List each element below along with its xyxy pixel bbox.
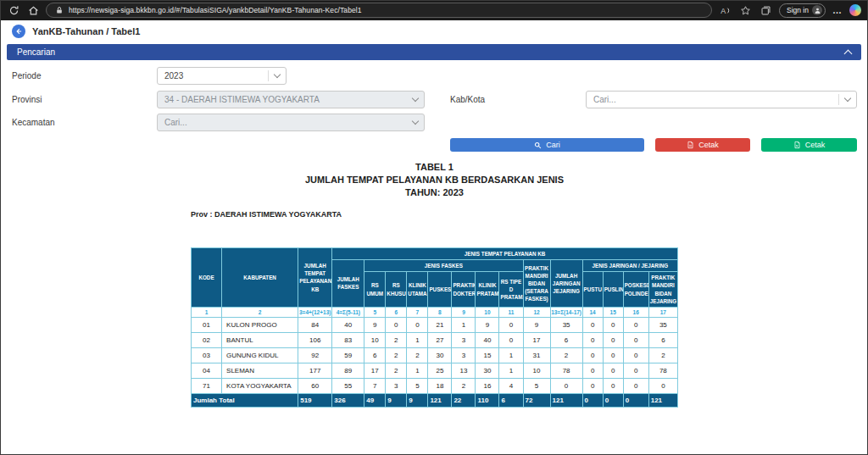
cell-value: 3 bbox=[452, 332, 476, 347]
cell-value: 0 bbox=[582, 332, 603, 347]
excel-file-icon bbox=[793, 141, 801, 149]
cell-value: 0 bbox=[582, 378, 603, 393]
cell-value: 2 bbox=[386, 347, 407, 363]
total-value: 72 bbox=[523, 393, 550, 407]
collections-button[interactable] bbox=[759, 3, 772, 17]
arrow-left-icon bbox=[14, 27, 23, 36]
copilot-icon[interactable] bbox=[849, 4, 861, 16]
cell-value: 78 bbox=[648, 363, 677, 378]
cetak-excel-button[interactable]: Cetak bbox=[761, 138, 857, 152]
address-bar[interactable]: https://newsiga-siga.bkkbn.go.id/#/Tabul… bbox=[46, 3, 712, 18]
cell-value: 6 bbox=[648, 332, 677, 347]
cell-value: 10 bbox=[523, 363, 550, 378]
cell-value: 4 bbox=[499, 378, 523, 393]
column-numbering-row: 123=4+(12+13)4=Σ(5-11)5678910111213=Σ(14… bbox=[192, 307, 678, 317]
cell-kabupaten: KOTA YOGYAKARTA bbox=[222, 378, 298, 393]
cell-value: 0 bbox=[603, 378, 623, 393]
column-number: 3=4+(12+13) bbox=[298, 307, 332, 317]
read-aloud-icon: A bbox=[720, 5, 731, 16]
chevron-down-icon bbox=[269, 75, 286, 77]
col-header-poskesdes: POSKESDES/ POLINDES bbox=[623, 272, 648, 308]
total-value: 9 bbox=[386, 393, 407, 407]
total-value: 49 bbox=[364, 393, 386, 407]
col-header-rs-umum: RS UMUM bbox=[364, 272, 386, 308]
chevron-down-icon bbox=[407, 121, 424, 124]
cetak-pdf-button[interactable]: Cetak bbox=[655, 138, 750, 152]
cell-value: 13 bbox=[452, 363, 476, 378]
cell-value: 35 bbox=[550, 317, 582, 332]
browser-toolbar: https://newsiga-siga.bkkbn.go.id/#/Tabul… bbox=[0, 0, 868, 20]
sign-in-button[interactable]: Sign in bbox=[779, 3, 826, 18]
cell-value: 1 bbox=[499, 363, 523, 378]
report-title-line1: TABEL 1 bbox=[191, 161, 678, 174]
provinsi-select[interactable]: 34 - DAERAH ISTIMEWA YOGYAKARTA bbox=[157, 91, 425, 108]
page-content: YanKB-Tahunan / Tabel1 Pencarian Periode… bbox=[0, 20, 868, 455]
back-button[interactable] bbox=[12, 25, 25, 38]
kabkota-placeholder: Cari... bbox=[587, 95, 838, 104]
cell-value: 55 bbox=[332, 378, 364, 393]
search-panel-title: Pencarian bbox=[17, 47, 55, 57]
total-value: 9 bbox=[407, 393, 428, 407]
cell-value: 0 bbox=[648, 378, 677, 393]
provinsi-value: 34 - DAERAH ISTIMEWA YOGYAKARTA bbox=[158, 95, 407, 104]
refresh-icon bbox=[8, 5, 19, 16]
favorite-star-button[interactable] bbox=[738, 3, 752, 17]
kabkota-select[interactable]: Cari... bbox=[586, 91, 857, 108]
cell-kode: 71 bbox=[192, 378, 222, 393]
cell-value: 1 bbox=[499, 347, 523, 363]
column-number: 14 bbox=[582, 307, 603, 317]
url-text: https://newsiga-siga.bkkbn.go.id/#/Tabul… bbox=[69, 6, 362, 14]
more-options-button[interactable]: … bbox=[832, 5, 843, 15]
lock-icon[interactable] bbox=[54, 3, 64, 17]
cell-value: 2 bbox=[386, 332, 407, 347]
periode-select[interactable]: 2023 bbox=[157, 67, 287, 85]
col-header-jenis-faskes: JENIS FASKES bbox=[364, 260, 523, 272]
table-header-row-1: KODE KABUPATEN JUMLAH TEMPAT PELAYANAN K… bbox=[192, 248, 678, 260]
column-number: 6 bbox=[386, 307, 407, 317]
cell-value: 60 bbox=[298, 378, 332, 393]
col-header-pmb-jejaring: PRAKTIK MANDIRI BIDAN JEJARING bbox=[648, 272, 677, 308]
cell-value: 18 bbox=[428, 378, 452, 393]
cari-button-label: Cari bbox=[546, 141, 560, 149]
column-number: 17 bbox=[648, 307, 677, 317]
read-aloud-button[interactable]: A bbox=[718, 3, 732, 17]
home-button[interactable] bbox=[26, 3, 40, 17]
cell-value: 89 bbox=[332, 363, 364, 378]
sign-in-label: Sign in bbox=[787, 6, 809, 14]
total-value: 0 bbox=[623, 393, 648, 407]
refresh-button[interactable] bbox=[7, 3, 20, 17]
total-value: 0 bbox=[582, 393, 603, 407]
kecamatan-select[interactable]: Cari... bbox=[157, 114, 425, 131]
pdf-file-icon bbox=[687, 141, 694, 149]
cell-value: 2 bbox=[386, 363, 407, 378]
col-header-rs-tipe-d: RS TIPE D PRATAMA bbox=[499, 272, 523, 308]
col-header-jumlah-tempat: JUMLAH TEMPAT PELAYANAN KB bbox=[298, 248, 332, 308]
browser-actions: A Sign in … bbox=[718, 3, 861, 18]
cell-value: 0 bbox=[499, 332, 523, 347]
cell-value: 16 bbox=[476, 378, 499, 393]
total-value: 519 bbox=[298, 393, 332, 407]
report-title-line3: TAHUN: 2023 bbox=[191, 186, 678, 199]
cell-value: 31 bbox=[523, 347, 550, 363]
col-header-kabupaten: KABUPATEN bbox=[222, 248, 298, 308]
col-header-pmb-setara: PRAKTIK MANDIRI BIDAN (SETARA FASKES) bbox=[523, 260, 550, 308]
cari-button[interactable]: Cari bbox=[450, 138, 644, 152]
cell-value: 0 bbox=[603, 363, 623, 378]
cell-kabupaten: SLEMAN bbox=[222, 363, 298, 378]
column-number: 15 bbox=[603, 307, 623, 317]
breadcrumb-row: YanKB-Tahunan / Tabel1 bbox=[12, 25, 140, 38]
col-header-jenis-tempat: JENIS TEMPAT PELAYANAN KB bbox=[332, 248, 678, 260]
cell-value: 7 bbox=[364, 378, 386, 393]
col-header-jumlah-faskes: JUMLAH FASKES bbox=[332, 260, 364, 308]
search-panel-header[interactable]: Pencarian bbox=[7, 44, 861, 60]
cell-value: 27 bbox=[428, 332, 452, 347]
cell-value: 106 bbox=[298, 332, 332, 347]
cell-value: 40 bbox=[332, 317, 364, 332]
cell-kabupaten: BANTUL bbox=[222, 332, 298, 347]
cell-value: 0 bbox=[623, 317, 648, 332]
column-number: 7 bbox=[407, 307, 428, 317]
cell-value: 3 bbox=[452, 347, 476, 363]
total-value: 110 bbox=[476, 393, 499, 407]
table-row: 04SLEMAN1778917212513301107800078 bbox=[192, 363, 678, 378]
cell-value: 10 bbox=[364, 332, 386, 347]
